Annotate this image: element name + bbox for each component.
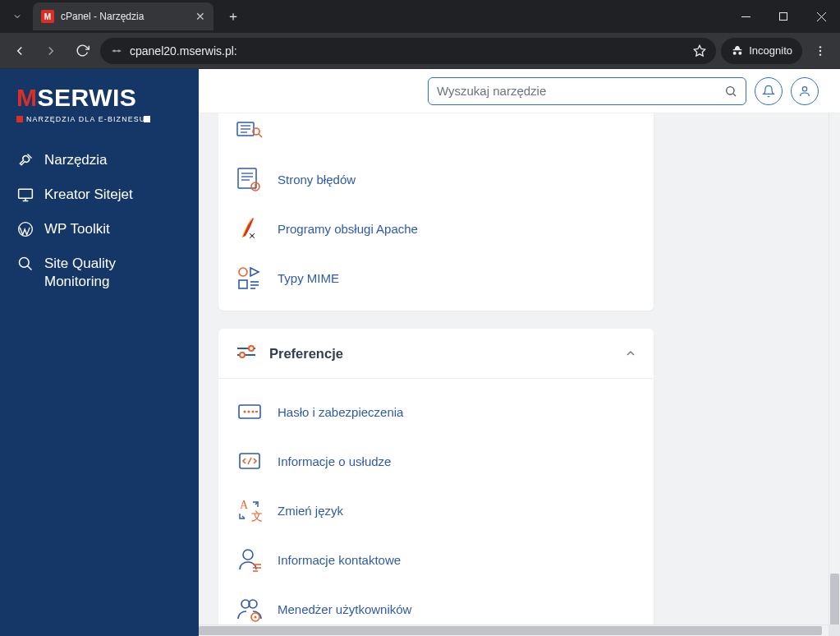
page-viewport: MSERWIS NARZĘDZIA DLA E-BIZNESU Narzędzi… [0,69,840,636]
svg-rect-14 [19,189,33,198]
svg-point-44 [249,346,254,351]
panel-header-preferencje[interactable]: Preferencje [218,329,654,378]
tool-item-usermanager[interactable]: Menedżer użytkowników [218,584,654,624]
mserwis-favicon-icon: M [41,10,54,23]
horizontal-scrollbar[interactable] [199,624,829,636]
browser-window: M cPanel - Narzędzia ✕ ＋ cpanel20.mserwi… [0,0,840,636]
sidebar-item-label: Site Quality Monitoring [44,255,182,291]
window-controls [727,0,840,33]
panel-preferencje: Preferencje Hasło i zabezpieczenia Infor… [218,329,654,624]
svg-point-18 [20,258,30,268]
close-window-button[interactable] [802,0,840,33]
browser-tab[interactable]: M cPanel - Narzędzia ✕ [33,2,213,30]
svg-rect-1 [780,13,787,21]
content-area: Strony błędów Programy obsługi Apache Ty… [199,69,840,636]
bookmark-button[interactable] [693,44,706,58]
tool-link[interactable]: Menedżer użytkowników [278,602,411,616]
sidebar-item-wptoolkit[interactable]: WP Toolkit [0,212,199,247]
sidebar-item-label: Kreator Sitejet [44,186,133,204]
tab-title: cPanel - Narzędzia [61,11,195,22]
error-pages-icon [235,164,264,194]
apache-feather-icon [235,214,264,243]
language-icon: A文 [235,495,264,525]
notifications-button[interactable] [755,77,783,105]
logo-subtitle: NARZĘDZIA DLA E-BIZNESU [16,115,182,123]
incognito-label: Incognito [749,44,792,57]
svg-text:文: 文 [251,510,263,523]
close-tab-icon[interactable]: ✕ [195,10,205,23]
sidebar: MSERWIS NARZĘDZIA DLA E-BIZNESU Narzędzi… [0,69,199,636]
sidebar-item-label: Narzędzia [44,151,108,169]
tool-item-serviceinfo[interactable]: Informacje o usłudze [218,436,654,486]
sidebar-item-label: WP Toolkit [44,220,110,238]
tool-link[interactable]: Typy MIME [278,271,339,285]
svg-point-22 [802,86,806,90]
tool-item-error-pages[interactable]: Strony błędów [218,154,654,204]
svg-point-49 [248,411,250,413]
logo[interactable]: MSERWIS NARZĘDZIA DLA E-BIZNESU [0,69,199,143]
site-info-icon[interactable] [110,44,123,58]
logo-text: MSERWIS [16,85,182,110]
minimize-button[interactable] [727,0,764,33]
sidebar-item-sitequality[interactable]: Site Quality Monitoring [0,247,199,299]
search-icon[interactable] [724,85,737,98]
account-button[interactable] [791,77,819,105]
svg-point-4 [114,50,116,52]
svg-line-19 [28,266,32,270]
chevron-up-icon[interactable] [624,347,637,360]
document-search-icon [235,115,264,145]
scrollbar-thumb[interactable] [199,626,822,635]
tab-list-dropdown-icon[interactable] [8,7,26,25]
svg-point-37 [239,268,247,276]
tool-item-partial[interactable] [218,113,654,154]
tool-item-apache[interactable]: Programy obsługi Apache [218,204,654,253]
svg-line-28 [259,134,262,137]
url-text: cpanel20.mserwis.pl: [130,44,237,58]
tool-link[interactable]: Zmień język [278,504,343,518]
scroll-area: Strony błędów Programy obsługi Apache Ty… [199,113,829,624]
sidebar-nav: Narzędzia Kreator Sitejet WP Toolkit Sit… [0,143,199,299]
svg-point-48 [244,411,246,413]
monitor-icon [16,186,34,204]
sliders-icon [235,342,258,365]
tool-link[interactable]: Programy obsługi Apache [278,222,418,236]
tool-item-contact[interactable]: Informacje kontaktowe [218,535,654,584]
browser-menu-button[interactable] [807,38,833,64]
vertical-scrollbar[interactable] [829,113,840,624]
svg-marker-38 [250,268,259,276]
pref-items: Hasło i zabezpieczenia Informacje o usłu… [218,378,654,624]
back-button[interactable] [7,38,33,64]
forward-button[interactable] [38,38,64,64]
panel-upper: Strony błędów Programy obsługi Apache Ty… [218,113,654,311]
magnifier-icon [16,255,34,273]
tool-item-language[interactable]: A文 Zmień język [218,486,654,535]
search-input[interactable] [437,84,724,98]
svg-line-53 [248,458,251,464]
url-field[interactable]: cpanel20.mserwis.pl: [100,38,716,64]
user-manager-icon [235,594,264,624]
svg-point-5 [118,50,120,52]
titlebar: M cPanel - Narzędzia ✕ ＋ [0,0,840,33]
reload-button[interactable] [69,38,95,64]
scrollbar-corner [829,624,840,636]
mime-shapes-icon [235,263,264,293]
tool-link[interactable]: Strony błędów [278,173,356,187]
svg-point-56 [243,550,253,560]
address-bar: cpanel20.mserwis.pl: Incognito [0,33,840,69]
svg-rect-29 [238,168,256,188]
incognito-badge[interactable]: Incognito [721,38,802,64]
tool-link[interactable]: Informacje kontaktowe [278,553,401,567]
tool-item-mime[interactable]: Typy MIME [218,253,654,302]
tools-icon [16,151,34,169]
new-tab-button[interactable]: ＋ [220,3,246,30]
svg-line-21 [733,94,736,96]
password-icon [235,397,264,426]
search-box[interactable] [428,77,746,105]
tool-link[interactable]: Informacje o usłudze [278,454,391,468]
sidebar-item-sitejet[interactable]: Kreator Sitejet [0,177,199,212]
svg-point-20 [727,86,734,94]
maximize-button[interactable] [764,0,802,33]
tool-item-password[interactable]: Hasło i zabezpieczenia [218,387,654,436]
sidebar-item-narzedzia[interactable]: Narzędzia [0,143,199,177]
tool-link[interactable]: Hasło i zabezpieczenia [278,405,403,419]
